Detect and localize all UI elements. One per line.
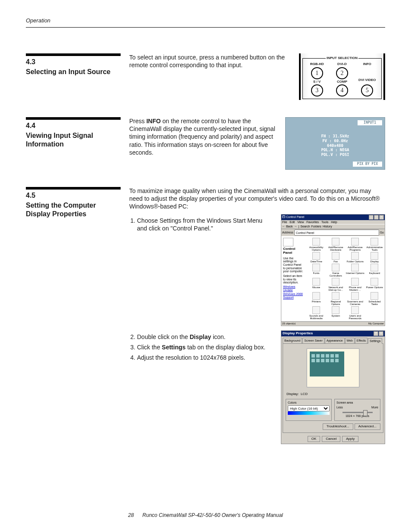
cp-icon: Display [365,252,384,263]
addr-label: Address [282,231,293,234]
step-4: Adjust the resolution to 1024x768 pixels… [137,354,272,361]
cp-icon: Scanners and Cameras [346,292,364,305]
remote-btn-3: 3 [311,84,323,96]
dp-colors-select: High Color (16 bit) [288,405,330,411]
dp-title-text: Display Properties [283,331,313,336]
dp-slider-handle [363,410,367,416]
go-button: Go [380,231,384,234]
page-number: 28 [128,512,134,519]
tool-folders: Folders [311,225,321,228]
cp-icon: Regional Options [327,292,345,305]
maximize-icon: □ [374,215,379,220]
remote-btn-2: 2 [336,67,348,79]
dp-more: More [371,405,378,409]
dp-apply-btn: Apply [342,436,358,442]
body-4-4: Press INFO on the remote control to have… [129,117,277,158]
cp-icon: Fonts [307,264,326,277]
osd-l4: POL.H : NEGA [286,148,385,152]
status-right: My Computer [368,322,384,325]
heading-4-4: 4.4 Viewing Input Signal Information [26,117,121,170]
cp-icon: Sounds and Multimedia [307,306,326,320]
cp-icon: Folder Options [346,252,364,263]
body-4-5-intro-p: To maximize image quality when using the… [129,187,385,211]
step-3: Click the Settings tab on the display di… [137,343,272,351]
section-number-4-3: 4.3 [26,58,121,67]
tab-web: Web [345,338,355,343]
cp-icon: Date/Time [307,252,326,263]
osd-l2: FV : 60.0Hz [286,139,385,143]
remote-lbl-comp: COMP [337,80,347,84]
remote-legend: INPUT SELECTION [326,56,358,60]
body-4-4-bold: INFO [146,118,161,124]
cp-address-bar: Address Go [281,229,385,236]
osd-bottom-badge: PIX BY PIX [353,162,382,167]
tool-search: Search [300,225,310,228]
heading-4-3: 4.3 Selecting an Input Source [26,53,121,100]
cp-icon: Power Options [365,278,384,291]
dp-display-label: Display: [286,392,299,396]
cp-left-title: Control Panel [283,247,305,255]
step-2: Double click on the Display icon. [137,333,272,341]
section-number-4-4: 4.4 [26,121,121,131]
minimize-icon: _ [369,215,374,220]
remote-btn-1: 1 [311,67,323,79]
section-4-5-a: 4.5 Setting the Computer Display Propert… [26,187,385,326]
tab-effects: Effects [355,338,367,343]
link-win2000: Windows 2000 Support [283,292,305,299]
control-panel-figure: 🗔 Control Panel _□× File Edit View Favor… [281,214,385,326]
cp-title-text: Control Panel [286,215,304,218]
cp-icon: Printers [307,292,326,305]
section-4-4: 4.4 Viewing Input Signal Information Pre… [26,117,385,170]
remote-lbl-sv: S / V [313,80,321,84]
cp-icon: Add/Remove Programs [346,238,364,251]
cp-left-text2: Select an item to view its description. [283,274,305,284]
dp-advanced-btn: Advanced... [355,423,380,429]
display-properties-figure: Display Properties ?× Background Screen … [281,330,385,445]
cp-titlebar: 🗔 Control Panel _□× [281,215,385,220]
remote-figure: RGB-HD1S / V DVI-D2COMP INFODVI VIDEO 3 … [299,53,385,100]
step-1: Choose Settings from the Windows Start M… [137,217,272,232]
menu-tools: Tools [321,221,328,224]
cp-icon: System [327,306,345,320]
osd-l3: 640x480 [286,143,385,148]
footer-title: Runco CinemaWall SP-42/-50/-60 Owner's O… [143,512,283,519]
dp-ok-btn: OK [308,436,321,442]
cp-icon: Phone and Modem ... [346,278,364,291]
body-4-3-p1: To select an input source, press a numbe… [129,53,290,69]
cp-icon: Accessibility Options [307,238,326,251]
cp-icon: Game Controllers [327,264,345,277]
rule-under-head [26,27,385,28]
osd-l5: POL.V : POSI [286,152,385,157]
link-winupdate: Windows Update [283,285,305,292]
cp-toolbar: ← Back → | Search Folders History [281,224,385,229]
section-title-4-5: Setting the Computer Display Properties [26,201,121,218]
cp-icon: Mouse [307,278,326,291]
folder-icon [283,238,293,246]
monitor-preview [306,348,360,388]
remote-lbl-info: INFO [363,62,371,66]
section-title-4-4: Viewing Input Signal Information [26,131,121,149]
osd-l1: FH : 31.5kHz [286,134,385,139]
running-head: Operation [26,17,385,25]
dp-slider [342,412,373,413]
cp-icon: Fax [327,252,345,263]
tab-settings: Settings [368,338,382,344]
cp-icon: Add/Remove Hardware [327,238,345,251]
dp-titlebar: Display Properties ?× [281,331,385,336]
cp-icon: Scheduled Tasks [365,292,384,305]
remote-lbl-rgb: RGB-HD [310,62,324,66]
cp-menubar: File Edit View Favorites Tools Help [281,220,385,224]
menu-edit: Edit [290,221,295,224]
help-icon: ? [374,331,378,336]
menu-help: Help [331,221,337,224]
cp-icon: Keyboard [365,264,384,277]
remote-lbl-dvivid: DVI VIDEO [358,78,376,82]
section-4-5-b: Double click on the Display icon. Click … [26,330,385,445]
tab-background: Background [283,338,302,343]
addr-field [294,230,379,236]
dp-area-legend: Screen area [336,401,378,404]
dp-tabs: Background Screen Saver Appearance Web E… [281,336,385,343]
dp-resolution: 1024 × 768 pixels [336,414,378,418]
dp-colors-preview [288,411,330,415]
cp-icon: Users and Passwords [346,306,364,320]
